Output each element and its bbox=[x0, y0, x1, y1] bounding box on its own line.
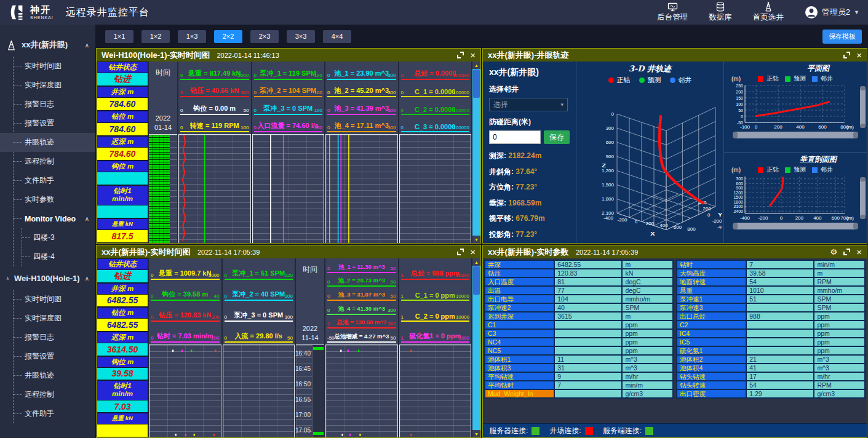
sidebar-item-井眼轨迹[interactable]: 井眼轨迹 bbox=[0, 133, 95, 152]
curve-legend[interactable]: 0钩位 = 39.58 m40 bbox=[151, 281, 220, 301]
curve-legend[interactable]: 1C_2 = 0 ppm10000 bbox=[401, 302, 470, 322]
curve-legend[interactable]: 0泵冲_3 = 0 SPM100 bbox=[254, 98, 323, 115]
neighbor-well-select[interactable]: 选择 ▾ bbox=[489, 98, 568, 111]
curve-legend[interactable]: 1总烃 = 988 ppm10000 bbox=[401, 260, 470, 280]
grid-size-button[interactable]: 2×3 bbox=[250, 30, 279, 43]
anti-collision-distance-input[interactable] bbox=[489, 130, 541, 144]
curve-legend[interactable]: 0总烃 = 0.0000100000 bbox=[401, 63, 470, 80]
curve-legend[interactable]: 0池_1 = 11.30 m^350 bbox=[327, 260, 396, 273]
curve-legend[interactable]: 0泵冲_2 = 40 SPM100 bbox=[225, 281, 293, 301]
curve-legend[interactable]: 1C_1 = 0 ppm10000 bbox=[401, 281, 470, 301]
curve-legend[interactable]: 0池_2 = 45.20 m^3300 bbox=[327, 81, 396, 98]
grid-size-button[interactable]: 1×2 bbox=[141, 30, 170, 43]
curve-legend[interactable]: 0泵冲_3 = 0 SPM100 bbox=[225, 302, 293, 322]
curve-legend[interactable]: 1硫化氢1 = 0 ppm1000 bbox=[401, 323, 470, 343]
expand-icon[interactable] bbox=[843, 52, 850, 58]
grid-size-button[interactable]: 1×1 bbox=[105, 30, 133, 43]
user-menu[interactable]: 管理员2 ▼ bbox=[805, 6, 859, 19]
sidebar-item-四楼-4[interactable]: 四楼-4 bbox=[22, 247, 95, 266]
curve-legend[interactable]: 0入流 = 29.80 l/s50 bbox=[225, 323, 293, 343]
sidebar-item-报警设置[interactable]: 报警设置 bbox=[14, 347, 95, 366]
param-value: 988 bbox=[746, 312, 814, 321]
curve-legend[interactable]: 0池_4 = 17.11 m^3300 bbox=[327, 116, 396, 133]
horizontal-scrollbar[interactable] bbox=[733, 132, 858, 138]
sidebar-item-井眼轨迹[interactable]: 井眼轨迹 bbox=[14, 366, 95, 385]
curve-legend[interactable]: 0池_4 = 41.30 m^3300 bbox=[327, 302, 396, 315]
curve-legend[interactable]: 0悬重 = 817.49 kN2000 bbox=[180, 63, 249, 80]
expand-icon[interactable] bbox=[843, 249, 850, 255]
curve-legend[interactable]: 0钻压 = 120.83 kN300 bbox=[151, 302, 220, 322]
curve-legend[interactable]: 0C_3 = 0.0000100000 bbox=[401, 116, 470, 133]
nav-database[interactable]: 数据库 bbox=[709, 2, 732, 23]
sidebar-item-Monitor Video[interactable]: Monitor Video∧ bbox=[14, 209, 95, 228]
scrollbar-thumb[interactable] bbox=[473, 70, 480, 98]
scroll-up-icon[interactable]: ▲ bbox=[472, 62, 480, 69]
curve-legend[interactable]: 0悬重 = 1009.7 kN3000 bbox=[151, 260, 220, 280]
close-icon[interactable]: × bbox=[856, 50, 862, 60]
grid-size-button[interactable]: 3×3 bbox=[287, 30, 315, 43]
sidebar-item-实时深度图[interactable]: 实时深度图 bbox=[14, 76, 95, 95]
curve-legend[interactable]: -50总池增减 = 4.27 m^350 bbox=[327, 330, 396, 343]
save-template-button[interactable]: 保存模板 bbox=[822, 30, 862, 44]
status-indicator bbox=[645, 427, 653, 435]
scrollbar-thumb[interactable] bbox=[473, 266, 480, 295]
well-node[interactable]: xx井(新井眼)∧ bbox=[0, 33, 95, 57]
sidebar-item-四楼-3[interactable]: 四楼-3 bbox=[22, 228, 95, 247]
sidebar-item-实时时间图[interactable]: 实时时间图 bbox=[14, 290, 95, 309]
curve-legend[interactable]: 0池_3 = 31.07 m^350 bbox=[327, 288, 396, 301]
expand-icon[interactable] bbox=[457, 249, 464, 255]
panel3-scrollbar[interactable]: ▲ ▼ bbox=[472, 258, 480, 437]
curve-legend[interactable]: 0泵冲_2 = 104 SPM100 bbox=[254, 81, 323, 98]
curve-legend[interactable]: 0钻时 = 7.03 min/m200 bbox=[151, 323, 220, 343]
grid-size-button[interactable]: 4×4 bbox=[323, 30, 351, 43]
curve-legend[interactable]: 0钩位 = 0.00 m50 bbox=[180, 98, 249, 115]
sidebar-item-文件助手[interactable]: 文件助手 bbox=[14, 404, 95, 423]
curve-legend[interactable]: 0入口流量 = 74.60 l/s100 bbox=[254, 116, 323, 133]
curve-legend[interactable]: 0泵冲_1 = 51 SPM120 bbox=[225, 260, 293, 280]
close-icon[interactable]: × bbox=[856, 247, 862, 257]
sidebar-item-文件助手[interactable]: 文件助手 bbox=[14, 171, 95, 190]
scroll-down-icon[interactable]: ▼ bbox=[472, 236, 480, 243]
sidebar-item-报警设置[interactable]: 报警设置 bbox=[14, 114, 95, 133]
vertical-scrollbar[interactable] bbox=[860, 86, 866, 128]
sidebar-item-报警日志[interactable]: 报警日志 bbox=[14, 328, 95, 347]
panel1-scrollbar[interactable]: ▲ ▼ bbox=[472, 62, 480, 243]
vertical-scrollbar[interactable] bbox=[860, 177, 866, 219]
grid-size-button[interactable]: 2×2 bbox=[214, 30, 242, 43]
sidebar-item-报警日志[interactable]: 报警日志 bbox=[14, 95, 95, 114]
grid-size-button[interactable]: 1×3 bbox=[178, 30, 206, 43]
save-distance-button[interactable]: 保存 bbox=[544, 130, 570, 144]
curve-legend[interactable]: 0泵冲_1 = 119 SPM100 bbox=[254, 63, 323, 80]
param-block: 钻时1 min/m7.03 bbox=[97, 381, 148, 412]
sidebar-item-实时时间图[interactable]: 实时时间图 bbox=[14, 57, 95, 76]
close-icon[interactable]: × bbox=[470, 247, 476, 257]
scroll-up-icon[interactable]: ▲ bbox=[472, 258, 480, 266]
param-block: 钩位 m39.58 bbox=[97, 357, 148, 380]
curve-legend[interactable]: 0池_1 = 23.90 m^3300 bbox=[327, 63, 396, 80]
well-node[interactable]: Wei-H100(Hole-1)∧ bbox=[0, 266, 95, 290]
curve-legend[interactable]: 0总池 = 130.50 m^3300 bbox=[327, 316, 396, 329]
param-unit: m bbox=[622, 312, 673, 321]
panel-title: xx井(新井眼)-井眼轨迹 bbox=[488, 49, 568, 61]
sidebar-item-实时深度图[interactable]: 实时深度图 bbox=[14, 309, 95, 328]
close-icon[interactable]: × bbox=[470, 50, 476, 60]
curve-legend[interactable]: 0池_3 = 41.39 m^3300 bbox=[327, 98, 396, 115]
scroll-down-icon[interactable]: ▼ bbox=[472, 430, 480, 437]
horizontal-scrollbar[interactable] bbox=[733, 223, 858, 229]
curve-legend[interactable]: 0C_2 = 0.0000100000 bbox=[401, 98, 470, 115]
nav-admin[interactable]: 后台管理 bbox=[657, 2, 688, 23]
legend-marker bbox=[758, 167, 763, 173]
curve-legend[interactable]: 0C_1 = 0.0000100000 bbox=[401, 81, 470, 98]
tree-connector bbox=[14, 85, 22, 86]
curve-legend[interactable]: 0池_2 = 20.73 m^350 bbox=[327, 274, 396, 287]
nav-home-well-select[interactable]: 首页选井 bbox=[753, 2, 784, 23]
sidebar-item-远程控制[interactable]: 远程控制 bbox=[14, 152, 95, 171]
gear-icon[interactable]: ⚙ bbox=[830, 248, 838, 256]
sidebar-item-远程控制[interactable]: 远程控制 bbox=[14, 385, 95, 404]
panel-realtime-parameters: xx井(新井眼)-实时参数 2022-11-14 17:05:39 ⚙ × 井深… bbox=[482, 245, 867, 438]
curve-legend[interactable]: 0钻压 = 40.66 kN300 bbox=[180, 81, 249, 98]
expand-icon[interactable] bbox=[457, 52, 464, 58]
param-value: 784.60 bbox=[97, 98, 148, 110]
curve-legend[interactable]: 0转速 = 119 RPM100 bbox=[180, 116, 249, 133]
sidebar-item-实时参数[interactable]: 实时参数 bbox=[14, 190, 95, 209]
